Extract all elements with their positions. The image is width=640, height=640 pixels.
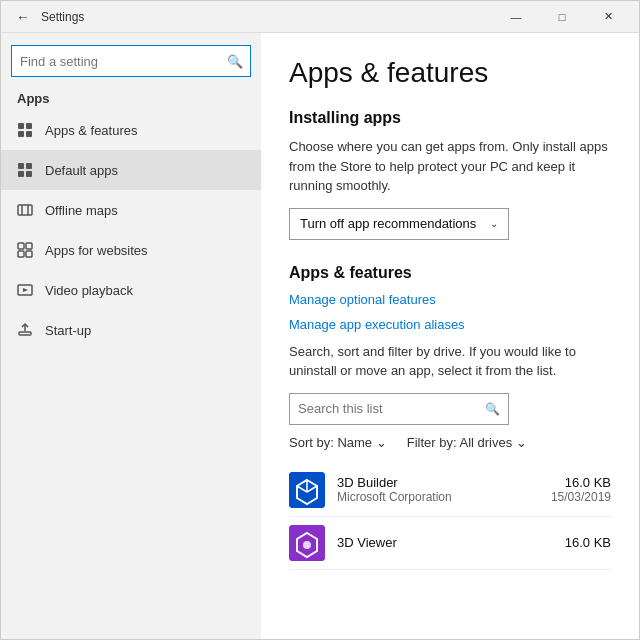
offline-maps-icon	[17, 202, 33, 218]
app-meta-3dviewer: 16.0 KB	[565, 535, 611, 550]
apps-features-icon	[17, 122, 33, 138]
app-info-3dbuilder: 3D Builder Microsoft Corporation	[337, 475, 539, 504]
svg-rect-13	[18, 251, 24, 257]
svg-rect-17	[19, 332, 31, 335]
sort-filter-row: Sort by: Name ⌄ Filter by: All drives ⌄	[289, 435, 611, 450]
search-sort-description: Search, sort and filter by drive. If you…	[289, 342, 611, 381]
main-content: 🔍 Apps Apps & features	[1, 33, 639, 639]
dropdown-label: Turn off app recommendations	[300, 216, 476, 231]
sidebar-item-default-apps[interactable]: Default apps	[1, 150, 261, 190]
sidebar-item-video-playback-label: Video playback	[45, 283, 133, 298]
app-list: 3D Builder Microsoft Corporation 16.0 KB…	[289, 464, 611, 570]
search-input[interactable]	[11, 45, 251, 77]
manage-app-execution-aliases-link[interactable]: Manage app execution aliases	[289, 317, 611, 332]
settings-window: ← Settings — □ ✕ 🔍 Apps	[0, 0, 640, 640]
svg-rect-6	[18, 171, 24, 177]
window-controls: — □ ✕	[493, 1, 631, 33]
svg-rect-11	[18, 243, 24, 249]
back-button[interactable]: ←	[9, 3, 37, 31]
sidebar-item-default-apps-label: Default apps	[45, 163, 118, 178]
filter-value[interactable]: All drives ⌄	[459, 435, 526, 450]
installing-heading: Installing apps	[289, 109, 611, 127]
apps-websites-icon	[17, 242, 33, 258]
installing-description: Choose where you can get apps from. Only…	[289, 137, 611, 196]
svg-rect-8	[18, 205, 32, 215]
titlebar: ← Settings — □ ✕	[1, 1, 639, 33]
app-info-3dviewer: 3D Viewer	[337, 535, 553, 550]
video-playback-icon	[17, 282, 33, 298]
sidebar-nav: Apps & features Default apps	[1, 110, 261, 639]
startup-icon	[17, 322, 33, 338]
sidebar-item-apps-websites[interactable]: Apps for websites	[1, 230, 261, 270]
svg-rect-12	[26, 243, 32, 249]
svg-rect-14	[26, 251, 32, 257]
close-button[interactable]: ✕	[585, 1, 631, 33]
sidebar-item-apps-features-label: Apps & features	[45, 123, 138, 138]
app-size: 16.0 KB	[551, 475, 611, 490]
svg-rect-2	[18, 131, 24, 137]
manage-optional-features-link[interactable]: Manage optional features	[289, 292, 611, 307]
sidebar-item-startup-label: Start-up	[45, 323, 91, 338]
app-name: 3D Viewer	[337, 535, 553, 550]
svg-rect-4	[18, 163, 24, 169]
app-icon-3dviewer	[289, 525, 325, 561]
filter-label: Filter by: All drives ⌄	[407, 435, 527, 450]
svg-rect-1	[26, 123, 32, 129]
sidebar-item-offline-maps-label: Offline maps	[45, 203, 118, 218]
app-meta-3dbuilder: 16.0 KB 15/03/2019	[551, 475, 611, 504]
search-icon: 🔍	[227, 54, 243, 69]
list-item[interactable]: 3D Builder Microsoft Corporation 16.0 KB…	[289, 464, 611, 517]
app-name: 3D Builder	[337, 475, 539, 490]
sort-value[interactable]: Name ⌄	[337, 435, 386, 450]
app-search-input[interactable]	[298, 401, 485, 416]
panel: Apps & features Installing apps Choose w…	[261, 33, 639, 639]
sidebar-section-label: Apps	[1, 85, 261, 110]
app-icon-3dbuilder	[289, 472, 325, 508]
panel-title: Apps & features	[289, 57, 611, 89]
window-title: Settings	[41, 10, 493, 24]
app-search-box[interactable]: 🔍	[289, 393, 509, 425]
dropdown-chevron-icon: ⌄	[490, 218, 498, 229]
minimize-button[interactable]: —	[493, 1, 539, 33]
app-company: Microsoft Corporation	[337, 490, 539, 504]
sidebar-item-apps-websites-label: Apps for websites	[45, 243, 148, 258]
svg-point-26	[303, 541, 311, 549]
svg-marker-16	[23, 288, 28, 292]
apps-features-heading: Apps & features	[289, 264, 611, 282]
list-item[interactable]: 3D Viewer 16.0 KB	[289, 517, 611, 570]
sidebar-item-video-playback[interactable]: Video playback	[1, 270, 261, 310]
sidebar-search-container: 🔍	[11, 45, 251, 77]
svg-rect-7	[26, 171, 32, 177]
sidebar-item-startup[interactable]: Start-up	[1, 310, 261, 350]
app-size: 16.0 KB	[565, 535, 611, 550]
svg-rect-3	[26, 131, 32, 137]
app-date: 15/03/2019	[551, 490, 611, 504]
default-apps-icon	[17, 162, 33, 178]
sidebar-item-apps-features[interactable]: Apps & features	[1, 110, 261, 150]
maximize-button[interactable]: □	[539, 1, 585, 33]
sidebar: 🔍 Apps Apps & features	[1, 33, 261, 639]
apps-features-section: Apps & features Manage optional features…	[289, 264, 611, 570]
app-recommendations-dropdown[interactable]: Turn off app recommendations ⌄	[289, 208, 509, 240]
sort-label: Sort by: Name ⌄	[289, 435, 387, 450]
installing-apps-section: Installing apps Choose where you can get…	[289, 109, 611, 240]
svg-rect-0	[18, 123, 24, 129]
svg-rect-5	[26, 163, 32, 169]
sidebar-item-offline-maps[interactable]: Offline maps	[1, 190, 261, 230]
app-search-icon: 🔍	[485, 402, 500, 416]
